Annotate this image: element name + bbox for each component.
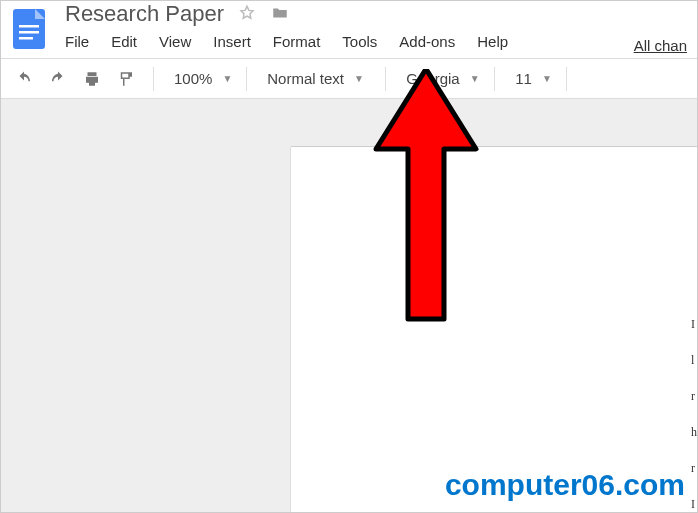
header-bar: Research Paper File Edit View Insert For… <box>1 1 697 59</box>
menu-view[interactable]: View <box>159 33 191 50</box>
font-family-label: Georgia <box>400 70 465 87</box>
svg-rect-2 <box>19 25 39 28</box>
font-size-select[interactable]: 11 ▼ <box>509 70 552 87</box>
menu-file[interactable]: File <box>65 33 89 50</box>
chevron-down-icon: ▼ <box>222 73 232 84</box>
toolbar: 100% ▼ Normal text ▼ Georgia ▼ 11 ▼ <box>1 59 697 99</box>
menu-insert[interactable]: Insert <box>213 33 251 50</box>
font-family-select[interactable]: Georgia ▼ <box>400 70 480 87</box>
menu-tools[interactable]: Tools <box>342 33 377 50</box>
toolbar-separator <box>566 67 567 91</box>
zoom-select[interactable]: 100% ▼ <box>168 70 232 87</box>
document-header: Research Paper File Edit View Insert For… <box>65 7 634 50</box>
paragraph-style-select[interactable]: Normal text ▼ <box>261 70 371 87</box>
chevron-down-icon: ▼ <box>354 73 364 84</box>
paragraph-style-label: Normal text <box>261 70 350 87</box>
menu-edit[interactable]: Edit <box>111 33 137 50</box>
toolbar-separator <box>246 67 247 91</box>
chevron-down-icon: ▼ <box>542 73 552 84</box>
chevron-down-icon: ▼ <box>470 73 480 84</box>
workspace: I l r h r I v <box>1 99 697 512</box>
font-size-value: 11 <box>509 70 538 87</box>
undo-button[interactable] <box>11 66 37 92</box>
paint-format-button[interactable] <box>113 66 139 92</box>
redo-button[interactable] <box>45 66 71 92</box>
star-icon[interactable] <box>238 4 256 25</box>
toolbar-separator <box>153 67 154 91</box>
menu-bar: File Edit View Insert Format Tools Add-o… <box>65 33 634 50</box>
zoom-value: 100% <box>168 70 218 87</box>
svg-rect-3 <box>19 31 39 34</box>
menu-add-ons[interactable]: Add-ons <box>399 33 455 50</box>
changes-link[interactable]: All chan <box>634 37 687 54</box>
toolbar-separator <box>494 67 495 91</box>
document-title[interactable]: Research Paper <box>65 1 224 27</box>
svg-rect-4 <box>19 37 33 40</box>
print-button[interactable] <box>79 66 105 92</box>
menu-format[interactable]: Format <box>273 33 321 50</box>
google-docs-icon[interactable] <box>11 7 47 51</box>
folder-icon[interactable] <box>270 4 290 25</box>
document-text-fragment: I l r h r I v <box>691 297 698 513</box>
document-page[interactable]: I l r h r I v <box>291 147 698 513</box>
toolbar-separator <box>385 67 386 91</box>
menu-help[interactable]: Help <box>477 33 508 50</box>
